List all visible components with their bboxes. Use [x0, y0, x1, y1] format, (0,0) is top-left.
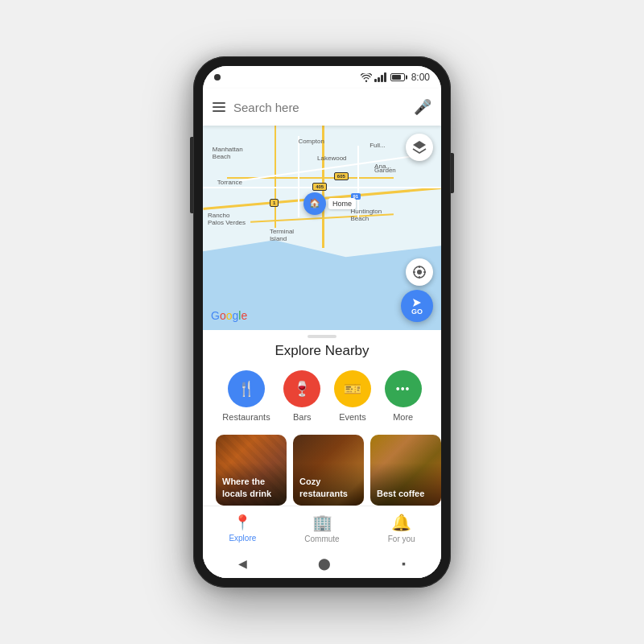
- map-background: ManhattanBeach Torrance RanchoPalos Verd…: [203, 126, 441, 330]
- nav-explore[interactable]: 📍 Explore: [203, 506, 283, 549]
- category-events[interactable]: 🎫 Events: [334, 370, 371, 422]
- status-bar: 8:00: [203, 66, 441, 89]
- map-area[interactable]: ManhattanBeach Torrance RanchoPalos Verd…: [203, 126, 441, 330]
- location-icon: [412, 265, 427, 279]
- nav-foryou[interactable]: 🔔 For you: [361, 506, 441, 549]
- phone-screen: 8:00 🎤: [203, 66, 441, 578]
- highway-road-v2: [275, 126, 276, 228]
- hwy-badge-405: 405: [312, 183, 327, 191]
- explore-nav-icon: 📍: [233, 514, 251, 531]
- search-bar[interactable]: 🎤: [203, 89, 441, 126]
- category-more[interactable]: ••• More: [385, 370, 422, 422]
- cards-row: Where the locals drink Cozy restaurants …: [203, 435, 441, 506]
- home-pin-label: Home: [328, 198, 356, 209]
- location-button[interactable]: [406, 258, 433, 286]
- map-label-lakewood: Lakewood: [317, 155, 346, 162]
- explore-nav-label: Explore: [229, 534, 256, 543]
- hwy-badge-605: 605: [334, 172, 349, 180]
- bars-label: Bars: [293, 412, 312, 422]
- explore-title: Explore Nearby: [203, 343, 441, 359]
- back-button[interactable]: ◀: [238, 557, 247, 570]
- search-input[interactable]: [233, 101, 406, 114]
- layers-icon: [412, 140, 427, 155]
- home-button[interactable]: ⬤: [318, 557, 331, 570]
- hwy-badge-1: 1: [270, 199, 279, 207]
- card-cozy-text: Cozy restaurants: [299, 476, 357, 499]
- status-right: 8:00: [361, 72, 430, 83]
- bottom-panel: Explore Nearby 🍴 Restaurants 🍷 Bars 🎫 Ev…: [203, 330, 441, 578]
- category-row: 🍴 Restaurants 🍷 Bars 🎫 Events ••• More: [203, 370, 441, 422]
- map-label-manhattan: ManhattanBeach: [213, 146, 243, 160]
- map-label-compton: Compton: [298, 138, 324, 145]
- battery-icon: [390, 73, 405, 81]
- map-label-terminal: TerminalIsland: [270, 228, 294, 242]
- more-label: More: [393, 412, 413, 422]
- more-icon: •••: [385, 370, 422, 407]
- category-bars[interactable]: 🍷 Bars: [283, 370, 320, 422]
- camera-dot: [214, 74, 221, 80]
- layers-button[interactable]: [406, 134, 433, 161]
- phone-device: 8:00 🎤: [193, 56, 451, 588]
- card-locals[interactable]: Where the locals drink: [216, 435, 287, 506]
- svg-point-1: [417, 270, 422, 275]
- go-label: GO: [411, 308, 423, 316]
- map-label-huntington: HuntingtonBeach: [351, 208, 382, 222]
- status-time: 8:00: [411, 72, 430, 83]
- map-label-ana: Ana...: [374, 163, 391, 170]
- menu-icon[interactable]: [213, 102, 225, 112]
- commute-nav-label: Commute: [304, 535, 339, 543]
- card-locals-text: Where the locals drink: [222, 476, 280, 499]
- card-coffee[interactable]: Best coffee: [370, 435, 441, 506]
- system-nav: ◀ ⬤ ▪: [203, 549, 441, 578]
- restaurants-label: Restaurants: [222, 412, 270, 422]
- events-label: Events: [339, 412, 366, 422]
- card-cozy[interactable]: Cozy restaurants: [293, 435, 364, 506]
- home-pin[interactable]: 🏠 Home: [303, 192, 326, 215]
- home-pin-icon: 🏠: [303, 192, 326, 215]
- recents-button[interactable]: ▪: [402, 557, 406, 570]
- google-logo: Google: [211, 309, 247, 322]
- svg-marker-6: [413, 299, 421, 307]
- drag-handle: [308, 335, 336, 338]
- commute-nav-icon: 🏢: [312, 513, 332, 532]
- card-coffee-text: Best coffee: [377, 488, 435, 499]
- wifi-icon: [361, 73, 372, 82]
- go-button[interactable]: GO: [401, 290, 433, 322]
- category-restaurants[interactable]: 🍴 Restaurants: [222, 370, 270, 422]
- restaurants-icon: 🍴: [228, 370, 265, 407]
- nav-commute[interactable]: 🏢 Commute: [283, 506, 362, 549]
- events-icon: 🎫: [334, 370, 371, 407]
- map-label-torrance: Torrance: [217, 179, 242, 186]
- road-3: [298, 136, 299, 218]
- foryou-nav-icon: 🔔: [391, 513, 411, 532]
- status-icons: [361, 72, 405, 82]
- bottom-nav: 📍 Explore 🏢 Commute 🔔 For you: [203, 506, 441, 549]
- signal-icon: [374, 72, 386, 82]
- foryou-nav-label: For you: [388, 535, 415, 543]
- map-label-rancho: RanchoPalos Verdes: [208, 212, 246, 226]
- mic-icon[interactable]: 🎤: [414, 98, 431, 116]
- bars-icon: 🍷: [283, 370, 320, 407]
- map-label-fullerton: Full...: [369, 142, 386, 149]
